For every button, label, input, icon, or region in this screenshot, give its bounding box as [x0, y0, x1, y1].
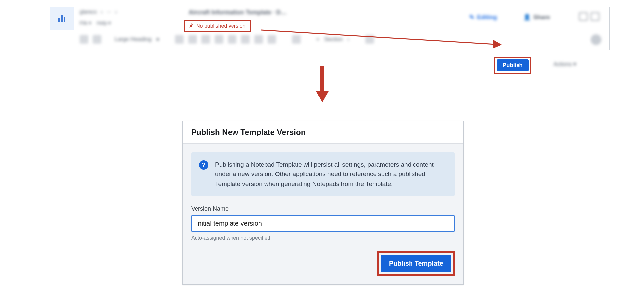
help-icon: ? — [199, 160, 208, 170]
app-logo — [50, 7, 74, 30]
dialog-footer: Publish Template — [191, 251, 455, 276]
bars-icon — [58, 15, 65, 22]
menu-help[interactable]: Help ▾ — [97, 20, 111, 26]
appbar-row-toolbar: Large Heading ▾ + Section › — [50, 30, 609, 50]
more-icon[interactable] — [365, 35, 374, 44]
undo-icon[interactable] — [80, 35, 88, 44]
appbar-row-top: glareco › ··· › Aircraft Information Tem… — [50, 7, 609, 30]
breadcrumb-sep: › — [115, 9, 117, 15]
formatting-toolbar: Large Heading ▾ + Section › — [80, 35, 374, 44]
dialog-title: Publish New Template Version — [191, 128, 455, 137]
share-button[interactable]: 👤 Share — [523, 14, 550, 21]
publish-template-dialog: Publish New Template Version ? Publishin… — [182, 121, 464, 285]
no-published-version-text: No published version — [196, 23, 245, 29]
breadcrumb-more: ··· — [107, 9, 111, 15]
publish-button-highlight: Publish — [494, 57, 531, 74]
breadcrumb: glareco › ··· › — [80, 9, 117, 15]
info-callout-text: Publishing a Notepad Template will persi… — [215, 160, 447, 189]
panel-icon[interactable] — [579, 12, 588, 21]
dialog-body: ? Publishing a Notepad Template will per… — [183, 144, 463, 284]
breadcrumb-user: glareco — [80, 9, 97, 15]
publish-template-button[interactable]: Publish Template — [381, 255, 451, 272]
pencil-icon: ✎ — [469, 14, 474, 21]
svg-rect-1 — [320, 66, 324, 92]
clear-icon[interactable] — [268, 35, 276, 44]
menu-file[interactable]: File ▾ — [80, 20, 91, 26]
pin-icon — [188, 23, 194, 29]
editing-indicator[interactable]: ✎ Editing — [469, 14, 497, 21]
panel-icon[interactable] — [591, 12, 599, 21]
publish-template-highlight: Publish Template — [377, 251, 455, 276]
editing-label: Editing — [477, 14, 497, 21]
highlight-icon[interactable] — [254, 35, 263, 44]
actions-menu[interactable]: Actions ▾ — [554, 61, 576, 68]
dialog-header: Publish New Template Version — [183, 121, 463, 144]
strike-icon[interactable] — [215, 35, 223, 44]
section-button[interactable]: Section — [324, 36, 343, 43]
redo-icon[interactable] — [93, 35, 101, 44]
link-icon[interactable] — [228, 35, 236, 44]
app-toolbar-screenshot: glareco › ··· › Aircraft Information Tem… — [50, 7, 610, 50]
actions-label: Actions ▾ — [554, 61, 576, 68]
italic-icon[interactable] — [188, 35, 197, 44]
color-icon[interactable] — [241, 35, 250, 44]
version-name-input[interactable] — [191, 215, 455, 232]
menu-bar: File ▾ Help ▾ — [80, 20, 111, 26]
share-label: Share — [533, 14, 550, 21]
style-picker[interactable]: Large Heading — [115, 36, 152, 43]
publish-button[interactable]: Publish — [497, 59, 529, 71]
avatar[interactable] — [591, 34, 601, 45]
share-icon: 👤 — [523, 14, 531, 21]
chevron-right-icon: › — [347, 36, 349, 43]
page-title: Aircraft Information Template · D… — [189, 9, 287, 16]
chevron-down-icon: ▾ — [156, 36, 159, 43]
version-name-label: Version Name — [191, 205, 455, 212]
version-name-helper: Auto-assigned when not specified — [191, 235, 455, 241]
info-callout: ? Publishing a Notepad Template will per… — [191, 152, 455, 196]
bold-icon[interactable] — [175, 35, 184, 44]
breadcrumb-sep: › — [101, 9, 102, 15]
align-icon[interactable] — [292, 35, 301, 44]
underline-icon[interactable] — [201, 35, 210, 44]
annotation-arrow-down — [316, 66, 329, 102]
panel-toggle-icons — [579, 12, 599, 21]
